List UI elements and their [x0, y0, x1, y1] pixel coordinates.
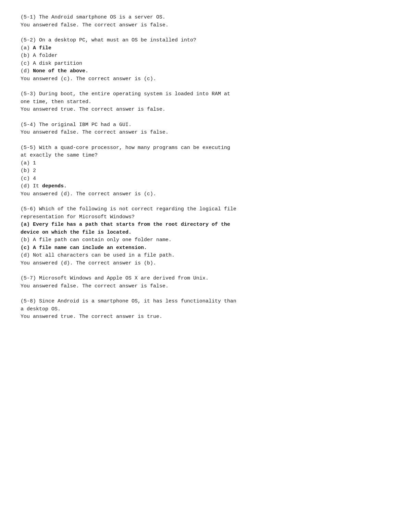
answer-text-5-6: You answered (d). The correct answer is …: [21, 260, 390, 268]
question-text-5-7: (5-7) Microsoft Windows and Apple OS X a…: [21, 275, 390, 283]
question-text-5-6: (5-6) Which of the following is not corr…: [21, 206, 390, 213]
option-b-5-5: (b) 2: [21, 167, 390, 175]
option-d-5-5: (d) It depends.: [21, 183, 390, 190]
question-block-5-4: (5-4) The original IBM PC had a GUI. You…: [21, 121, 390, 137]
question-block-5-1: (5-1) The Android smartphone OS is a ser…: [21, 14, 390, 29]
question-text-5-5b: at exactly the same time?: [21, 152, 390, 160]
option-b-5-6: (b) A file path can contain only one fol…: [21, 236, 390, 244]
option-d-5-6: (d) Not all characters can be used in a …: [21, 252, 390, 260]
option-a-5-5: (a) 1: [21, 160, 390, 168]
question-block-5-8: (5-8) Since Android is a smartphone OS, …: [21, 298, 390, 321]
option-c-5-6: (c) A file name can include an extension…: [21, 244, 390, 252]
question-block-5-5: (5-5) With a quad-core processor, how ma…: [21, 144, 390, 198]
option-a-5-6-line2: device on which the file is located.: [21, 229, 390, 237]
question-block-5-3: (5-3) During boot, the entire operating …: [21, 90, 390, 114]
option-b-5-2: (b) A folder: [21, 52, 390, 60]
answer-text-5-3: You answered true. The correct answer is…: [21, 106, 390, 114]
question-text-5-1: (5-1) The Android smartphone OS is a ser…: [21, 14, 390, 22]
quiz-results: (5-1) The Android smartphone OS is a ser…: [21, 14, 390, 321]
option-a-5-2: (a) A file: [21, 45, 390, 52]
answer-text-5-1: You answered false. The correct answer i…: [21, 22, 390, 29]
option-d-5-2: (d) None of the above.: [21, 67, 390, 75]
question-text-5-8: (5-8) Since Android is a smartphone OS, …: [21, 298, 390, 306]
answer-text-5-5: You answered (d). The correct answer is …: [21, 190, 390, 198]
answer-text-5-8: You answered true. The correct answer is…: [21, 313, 390, 321]
question-block-5-6: (5-6) Which of the following is not corr…: [21, 206, 390, 267]
answer-text-5-2: You answered (c). The correct answer is …: [21, 75, 390, 83]
answer-text-5-7: You answered false. The correct answer i…: [21, 283, 390, 290]
question-text-5-3: (5-3) During boot, the entire operating …: [21, 90, 390, 98]
question-block-5-7: (5-7) Microsoft Windows and Apple OS X a…: [21, 275, 390, 290]
question-text-5-2: (5-2) On a desktop PC, what must an OS b…: [21, 37, 390, 45]
question-text-5-5: (5-5) With a quad-core processor, how ma…: [21, 144, 390, 152]
question-block-5-2: (5-2) On a desktop PC, what must an OS b…: [21, 37, 390, 83]
question-text-5-4: (5-4) The original IBM PC had a GUI.: [21, 121, 390, 129]
option-a-5-6: (a) Every file has a path that starts fr…: [21, 221, 390, 229]
option-c-5-5: (c) 4: [21, 175, 390, 183]
question-text-5-3b: one time, then started.: [21, 98, 390, 106]
answer-text-5-4: You answered false. The correct answer i…: [21, 129, 390, 137]
question-text-5-6b: representation for Microsoft Windows?: [21, 213, 390, 221]
option-c-5-2: (c) A disk partition: [21, 60, 390, 68]
question-text-5-8b: a desktop OS.: [21, 306, 390, 313]
